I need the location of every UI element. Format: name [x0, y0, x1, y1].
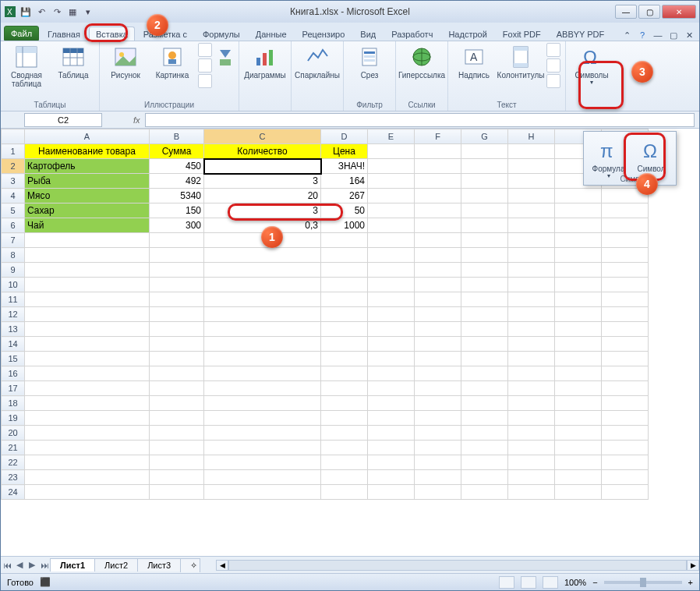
cell[interactable] — [602, 426, 649, 441]
cell[interactable] — [321, 366, 368, 381]
cell[interactable] — [602, 248, 649, 263]
cell[interactable] — [415, 470, 461, 485]
hyperlink-button[interactable]: Гиперссылка — [401, 43, 443, 80]
cell[interactable] — [602, 203, 649, 218]
cell[interactable] — [368, 292, 415, 307]
rowhead[interactable]: 9 — [2, 263, 25, 278]
cell[interactable] — [555, 455, 602, 470]
wordart-icon[interactable] — [546, 43, 560, 57]
cell[interactable] — [461, 292, 508, 307]
cell[interactable] — [415, 218, 461, 233]
hscroll-track[interactable] — [228, 560, 687, 571]
rowhead-6[interactable]: 6 — [2, 218, 25, 233]
view-normal-icon[interactable] — [499, 576, 514, 589]
cell[interactable] — [321, 441, 368, 455]
cell[interactable] — [150, 441, 204, 455]
cell[interactable] — [602, 366, 649, 381]
cell[interactable] — [368, 218, 415, 233]
cell[interactable] — [368, 322, 415, 337]
cell[interactable] — [555, 485, 602, 500]
cell-A4[interactable]: Мясо — [25, 189, 150, 203]
rowhead[interactable]: 17 — [2, 381, 25, 396]
cell[interactable] — [555, 278, 602, 292]
cell[interactable] — [415, 307, 461, 322]
cell[interactable] — [602, 352, 649, 366]
cell[interactable] — [415, 322, 461, 337]
cell[interactable] — [321, 292, 368, 307]
cell[interactable] — [368, 263, 415, 278]
cell[interactable] — [602, 307, 649, 322]
cell[interactable] — [25, 396, 150, 411]
cell[interactable] — [321, 248, 368, 263]
cell[interactable] — [461, 263, 508, 278]
minimize-button[interactable]: — — [615, 5, 637, 19]
select-all[interactable] — [2, 129, 25, 144]
cell[interactable] — [415, 203, 461, 218]
cell[interactable] — [25, 366, 150, 381]
cell[interactable] — [555, 189, 602, 203]
cell[interactable] — [555, 292, 602, 307]
cell[interactable] — [204, 470, 321, 485]
colhead-F[interactable]: F — [415, 129, 461, 144]
cell[interactable] — [461, 381, 508, 396]
cell[interactable] — [415, 174, 461, 189]
cell[interactable] — [25, 441, 150, 455]
cell[interactable] — [415, 337, 461, 352]
cell[interactable] — [204, 366, 321, 381]
cell[interactable] — [555, 426, 602, 441]
cell[interactable] — [508, 441, 555, 455]
cell[interactable] — [461, 455, 508, 470]
sparklines-button[interactable]: Спарклайны — [296, 43, 338, 80]
sheet-nav-last[interactable]: ⏭ — [38, 561, 51, 570]
cell[interactable] — [150, 292, 204, 307]
cell[interactable] — [204, 233, 321, 248]
cell[interactable] — [415, 485, 461, 500]
cell[interactable] — [555, 322, 602, 337]
sheet-nav-next[interactable]: ▶ — [26, 560, 38, 570]
sheet-tab-1[interactable]: Лист1 — [50, 558, 95, 572]
redo-icon[interactable]: ↷ — [51, 5, 63, 18]
cell[interactable] — [204, 278, 321, 292]
cell-D2[interactable]: ЗНАЧ! — [321, 159, 368, 174]
cell[interactable] — [461, 159, 508, 174]
view-pagebreak-icon[interactable] — [543, 576, 558, 589]
cell-B2[interactable]: 450 — [150, 159, 204, 174]
cell[interactable] — [204, 426, 321, 441]
cell[interactable] — [368, 411, 415, 426]
name-box[interactable]: C2 — [24, 113, 102, 127]
cell[interactable] — [321, 396, 368, 411]
cell[interactable] — [508, 381, 555, 396]
undo-icon[interactable]: ↶ — [35, 5, 48, 18]
cell[interactable] — [150, 366, 204, 381]
cell[interactable] — [602, 396, 649, 411]
qat-item-icon[interactable]: ▦ — [66, 5, 79, 18]
rowhead[interactable]: 10 — [2, 278, 25, 292]
rowhead[interactable]: 12 — [2, 307, 25, 322]
cell[interactable] — [415, 159, 461, 174]
cell[interactable] — [368, 470, 415, 485]
cell[interactable] — [555, 396, 602, 411]
sheet-nav-prev[interactable]: ◀ — [13, 560, 26, 570]
cell[interactable] — [461, 352, 508, 366]
cell[interactable] — [150, 263, 204, 278]
cell[interactable] — [25, 307, 150, 322]
rowhead-2[interactable]: 2 — [2, 159, 25, 174]
slicer-button[interactable]: Срез — [348, 43, 391, 80]
tab-foxit[interactable]: Foxit PDF — [496, 27, 548, 41]
cell[interactable] — [368, 278, 415, 292]
rowhead[interactable]: 21 — [2, 441, 25, 455]
cell[interactable] — [508, 278, 555, 292]
cell[interactable] — [368, 159, 415, 174]
cell-B4[interactable]: 5340 — [150, 189, 204, 203]
cell[interactable] — [555, 470, 602, 485]
cell[interactable] — [415, 278, 461, 292]
cell-B3[interactable]: 492 — [150, 174, 204, 189]
cell[interactable] — [368, 248, 415, 263]
cell[interactable] — [368, 144, 415, 159]
cell[interactable] — [461, 322, 508, 337]
cell[interactable] — [150, 248, 204, 263]
colhead-G[interactable]: G — [461, 129, 508, 144]
cell[interactable] — [150, 307, 204, 322]
rowhead[interactable]: 24 — [2, 485, 25, 500]
cell[interactable] — [555, 307, 602, 322]
